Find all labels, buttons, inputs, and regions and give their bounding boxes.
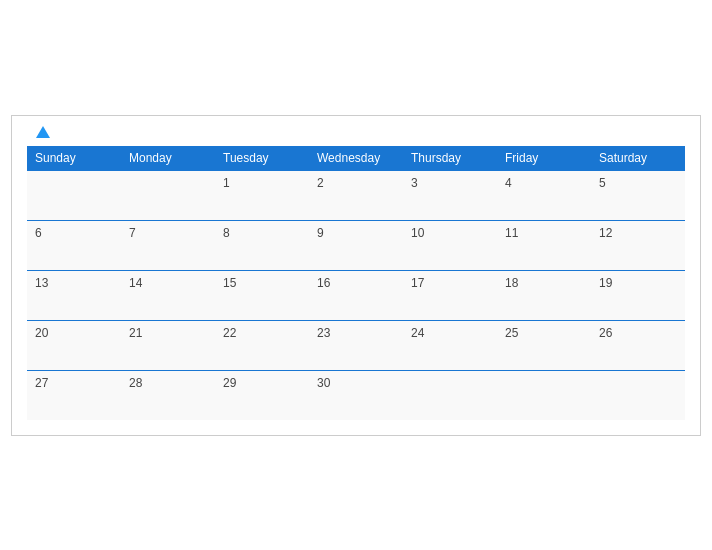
calendar-day-cell: 1	[215, 170, 309, 220]
day-number: 8	[223, 226, 230, 240]
calendar-header	[27, 126, 685, 138]
day-number: 5	[599, 176, 606, 190]
weekday-header-row: SundayMondayTuesdayWednesdayThursdayFrid…	[27, 146, 685, 171]
calendar-day-cell: 20	[27, 320, 121, 370]
day-number: 26	[599, 326, 612, 340]
calendar-day-cell	[591, 370, 685, 420]
day-number: 15	[223, 276, 236, 290]
day-number: 20	[35, 326, 48, 340]
calendar-day-cell: 26	[591, 320, 685, 370]
day-number: 6	[35, 226, 42, 240]
day-number: 1	[223, 176, 230, 190]
day-number: 22	[223, 326, 236, 340]
day-number: 16	[317, 276, 330, 290]
calendar-day-cell: 23	[309, 320, 403, 370]
day-number: 28	[129, 376, 142, 390]
calendar-day-cell	[121, 170, 215, 220]
calendar-day-cell: 11	[497, 220, 591, 270]
calendar-day-cell: 19	[591, 270, 685, 320]
day-number: 7	[129, 226, 136, 240]
calendar-day-cell: 9	[309, 220, 403, 270]
weekday-header: Wednesday	[309, 146, 403, 171]
weekday-header: Friday	[497, 146, 591, 171]
day-number: 24	[411, 326, 424, 340]
calendar-container: SundayMondayTuesdayWednesdayThursdayFrid…	[11, 115, 701, 436]
day-number: 27	[35, 376, 48, 390]
calendar-day-cell: 29	[215, 370, 309, 420]
weekday-header: Monday	[121, 146, 215, 171]
day-number: 29	[223, 376, 236, 390]
calendar-day-cell: 17	[403, 270, 497, 320]
weekday-header: Thursday	[403, 146, 497, 171]
calendar-day-cell	[27, 170, 121, 220]
weekday-header: Saturday	[591, 146, 685, 171]
day-number: 19	[599, 276, 612, 290]
calendar-day-cell: 16	[309, 270, 403, 320]
logo	[32, 126, 50, 138]
weekday-header: Tuesday	[215, 146, 309, 171]
calendar-day-cell: 22	[215, 320, 309, 370]
day-number: 11	[505, 226, 518, 240]
calendar-day-cell: 7	[121, 220, 215, 270]
day-number: 21	[129, 326, 142, 340]
calendar-day-cell: 10	[403, 220, 497, 270]
calendar-day-cell: 12	[591, 220, 685, 270]
day-number: 9	[317, 226, 324, 240]
calendar-day-cell: 30	[309, 370, 403, 420]
calendar-day-cell: 27	[27, 370, 121, 420]
calendar-day-cell: 2	[309, 170, 403, 220]
day-number: 2	[317, 176, 324, 190]
day-number: 3	[411, 176, 418, 190]
calendar-week-row: 13141516171819	[27, 270, 685, 320]
calendar-day-cell: 21	[121, 320, 215, 370]
calendar-day-cell: 24	[403, 320, 497, 370]
calendar-day-cell: 14	[121, 270, 215, 320]
day-number: 14	[129, 276, 142, 290]
calendar-day-cell: 18	[497, 270, 591, 320]
calendar-day-cell	[403, 370, 497, 420]
day-number: 12	[599, 226, 612, 240]
calendar-week-row: 20212223242526	[27, 320, 685, 370]
calendar-day-cell: 5	[591, 170, 685, 220]
calendar-day-cell	[497, 370, 591, 420]
day-number: 13	[35, 276, 48, 290]
day-number: 4	[505, 176, 512, 190]
calendar-day-cell: 3	[403, 170, 497, 220]
calendar-day-cell: 13	[27, 270, 121, 320]
calendar-day-cell: 28	[121, 370, 215, 420]
logo-triangle-icon	[36, 126, 50, 138]
calendar-table: SundayMondayTuesdayWednesdayThursdayFrid…	[27, 146, 685, 420]
calendar-day-cell: 15	[215, 270, 309, 320]
calendar-day-cell: 8	[215, 220, 309, 270]
calendar-week-row: 12345	[27, 170, 685, 220]
weekday-header: Sunday	[27, 146, 121, 171]
day-number: 18	[505, 276, 518, 290]
calendar-week-row: 27282930	[27, 370, 685, 420]
calendar-week-row: 6789101112	[27, 220, 685, 270]
calendar-day-cell: 25	[497, 320, 591, 370]
day-number: 30	[317, 376, 330, 390]
day-number: 23	[317, 326, 330, 340]
calendar-day-cell: 4	[497, 170, 591, 220]
calendar-day-cell: 6	[27, 220, 121, 270]
logo-blue-text	[32, 126, 50, 138]
day-number: 25	[505, 326, 518, 340]
day-number: 10	[411, 226, 424, 240]
day-number: 17	[411, 276, 424, 290]
